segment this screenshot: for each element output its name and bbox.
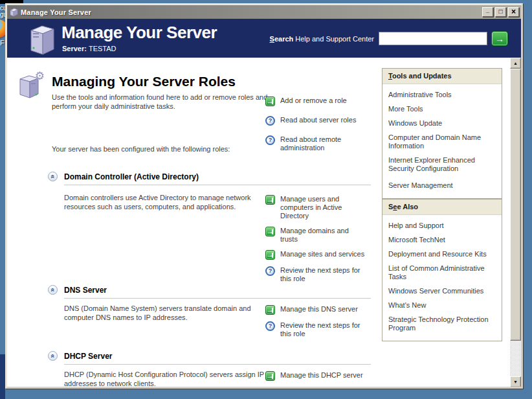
background-window-fragment	[0, 354, 5, 399]
microsoft-technet-link[interactable]: Microsoft TechNet	[388, 236, 496, 244]
manage-users-computers-link[interactable]: Manage users and computers in Active Dir…	[265, 195, 372, 220]
task-link-label: Review the next steps for this role	[280, 321, 368, 338]
vertical-scrollbar[interactable]: ▲ ▼	[510, 58, 521, 387]
server-icon	[27, 23, 58, 56]
help-icon	[265, 135, 275, 145]
scroll-up-icon: ▲	[513, 61, 518, 65]
deployment-resource-kits-link[interactable]: Deployment and Resource Kits	[388, 250, 496, 258]
scroll-down-icon: ▼	[513, 380, 518, 384]
strategic-tech-protection-link[interactable]: Strategic Technology Protection Program	[388, 315, 496, 332]
close-button[interactable]: ×	[508, 7, 519, 17]
minimize-button[interactable]: _	[482, 7, 493, 17]
section-divider	[64, 364, 371, 365]
close-icon: ×	[511, 8, 516, 16]
review-next-steps-link[interactable]: Review the next steps for this role	[265, 266, 372, 283]
page-title: Managing Your Server Roles	[52, 74, 236, 89]
manage-your-server-window: Manage Your Server _ □ × Manage Your Ser…	[5, 3, 523, 389]
section-divider	[64, 185, 371, 185]
configured-roles-text: Your server has been configured with the…	[52, 145, 230, 153]
green-arrow-icon	[265, 305, 275, 315]
maximize-icon: □	[498, 8, 502, 15]
collapse-chevron-icon[interactable]	[48, 285, 58, 295]
common-admin-tasks-link[interactable]: List of Common Administrative Tasks	[388, 264, 496, 281]
section-links: Manage this DNS server Review the next s…	[265, 305, 372, 345]
task-link-label: Review the next steps for this role	[280, 266, 368, 283]
green-arrow-icon	[265, 227, 275, 236]
read-about-server-roles-link[interactable]: Read about server roles	[265, 116, 372, 126]
green-arrow-icon	[265, 371, 275, 381]
section-divider	[64, 298, 371, 299]
see-also-panel: See Also Help and Support Microsoft Tech…	[382, 199, 502, 341]
manage-dns-server-link[interactable]: Manage this DNS server	[265, 305, 372, 315]
desktop-icon-label[interactable]: F	[0, 39, 5, 47]
window-icon	[9, 8, 19, 17]
minimize-icon: _	[486, 8, 489, 14]
task-link-label: Manage users and computers in Active Dir…	[280, 195, 368, 220]
task-link-label: Read about remote administration	[280, 135, 368, 152]
task-link-label: Manage domains and trusts	[280, 227, 368, 244]
read-about-remote-administration-link[interactable]: Read about remote administration	[265, 135, 372, 152]
header-banner: Manage Your Server Server:TESTAD Search …	[7, 19, 521, 58]
panel-title: See Also	[382, 200, 502, 215]
section-title: DHCP Server	[64, 352, 112, 361]
panel-body: Help and Support Microsoft TechNet Deplo…	[382, 215, 502, 341]
help-and-support-link[interactable]: Help and Support	[388, 222, 496, 230]
window-title: Manage Your Server	[21, 8, 480, 16]
section-title: DNS Server	[64, 286, 107, 295]
section-title: Domain Controller (Active Directory)	[64, 172, 199, 181]
maximize-button[interactable]: □	[495, 7, 506, 17]
search-input[interactable]	[379, 32, 487, 45]
task-link-label: Manage sites and services	[280, 250, 368, 260]
panel-title: Tools and Updates	[382, 69, 502, 84]
page-description: Use the tools and information found here…	[52, 93, 268, 111]
content-area: ⚙ Managing Your Server Roles Use the too…	[7, 58, 521, 387]
green-arrow-icon	[265, 250, 275, 260]
collapse-chevron-icon[interactable]	[48, 351, 58, 361]
section-links: Manage this DHCP server	[265, 371, 372, 387]
go-arrow-icon: →	[495, 34, 504, 43]
manage-domains-trusts-link[interactable]: Manage domains and trusts	[265, 227, 372, 244]
ie-enhanced-security-link[interactable]: Internet Explorer Enhanced Security Conf…	[388, 156, 496, 173]
task-link-label: Manage this DHCP server	[280, 371, 368, 381]
title-bar[interactable]: Manage Your Server _ □ ×	[7, 5, 521, 19]
more-tools-link[interactable]: More Tools	[388, 105, 496, 113]
collapse-chevron-icon[interactable]	[48, 172, 58, 181]
task-link-label: Manage this DNS server	[280, 305, 368, 315]
gear-icon: ⚙	[35, 69, 45, 83]
task-link-label: Read about server roles	[280, 116, 368, 126]
windows-server-communities-link[interactable]: Windows Server Communities	[388, 287, 496, 295]
scroll-down-button[interactable]: ▼	[510, 376, 521, 387]
server-name: TESTAD	[89, 45, 116, 52]
search-area: Search Help and Support Center →	[270, 31, 508, 46]
section-description: Domain controllers use Active Directory …	[64, 193, 266, 211]
tools-and-updates-panel: Tools and Updates Administrative Tools M…	[382, 68, 502, 199]
review-next-steps-link[interactable]: Review the next steps for this role	[265, 321, 372, 338]
add-remove-role-link[interactable]: Add or remove a role	[265, 97, 372, 106]
server-name-line: Server:TESTAD	[62, 45, 116, 52]
manage-dhcp-server-link[interactable]: Manage this DHCP server	[265, 371, 372, 381]
green-arrow-icon	[265, 97, 275, 106]
help-icon	[265, 266, 275, 276]
scrollbar-thumb[interactable]	[510, 69, 521, 341]
section-links: Manage users and computers in Active Dir…	[265, 195, 372, 290]
help-icon	[265, 321, 275, 331]
server-roles-icon: ⚙	[17, 73, 43, 100]
section-description: DHCP (Dynamic Host Configuration Protoco…	[64, 370, 270, 387]
section-description: DNS (Domain Name System) servers transla…	[64, 304, 260, 322]
administrative-tools-link[interactable]: Administrative Tools	[388, 91, 496, 99]
intro-links: Add or remove a role Read about server r…	[265, 97, 372, 162]
computer-domain-name-link[interactable]: Computer and Domain Name Information	[388, 133, 496, 150]
header-title: Manage Your Server	[61, 23, 217, 43]
search-go-button[interactable]: →	[491, 31, 508, 46]
server-label: Server:	[62, 45, 87, 52]
windows-update-link[interactable]: Windows Update	[388, 119, 496, 128]
search-label: Search Help and Support Center	[270, 35, 374, 43]
green-arrow-icon	[265, 195, 275, 205]
server-management-link[interactable]: Server Management	[388, 181, 496, 190]
help-icon	[265, 116, 275, 126]
whats-new-link[interactable]: What's New	[388, 301, 496, 310]
scroll-up-button[interactable]: ▲	[510, 58, 521, 69]
manage-sites-services-link[interactable]: Manage sites and services	[265, 250, 372, 260]
task-link-label: Add or remove a role	[280, 97, 368, 106]
panel-body: Administrative Tools More Tools Windows …	[382, 84, 502, 198]
